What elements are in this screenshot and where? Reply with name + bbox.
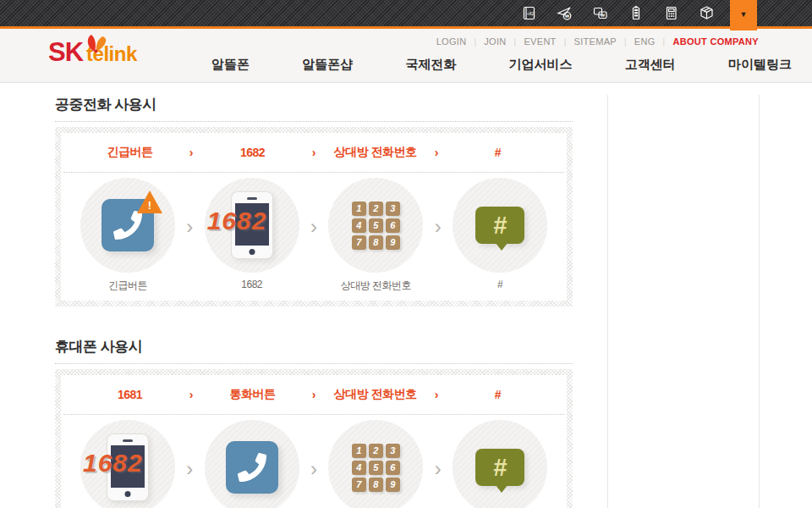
step-text: 1681 (75, 388, 184, 401)
send-money-icon[interactable]: ₩ (557, 5, 573, 21)
calculator-icon[interactable] (663, 5, 679, 21)
separator: | (663, 37, 666, 47)
step-label: 1682 (241, 279, 262, 290)
chevron-right-icon: › (307, 215, 321, 239)
chevron-right-icon: › (184, 146, 198, 159)
call-button-icon (205, 420, 299, 508)
recipient-number-icon: 123 456 789 (328, 178, 423, 273)
column-divider (607, 95, 608, 508)
recipient-number-icon: 123 456 789 (328, 420, 423, 508)
sk-telink-logo[interactable]: SK telink (48, 39, 137, 66)
step-text: # (443, 146, 552, 159)
utility-event[interactable]: EVENT (524, 36, 556, 47)
nav-my-telink[interactable]: 마이텔링크 (728, 57, 792, 73)
number-keypad-icon: 123 456 789 (352, 202, 400, 250)
chevron-right-icon: › (184, 388, 198, 401)
step-label: 긴급버튼 (108, 279, 147, 293)
dial-1682-phone-icon: 1682 (80, 420, 175, 508)
hash-key-icon: # (453, 178, 547, 273)
step-text: 상대방 전화번호 (321, 387, 430, 402)
svg-text:+82: +82 (527, 12, 534, 16)
step-icon-row: ! 긴급버튼 › 1682 1682 › (61, 173, 567, 301)
butterfly-logo-icon (84, 31, 111, 55)
dialing-code-book-icon[interactable]: +82 (521, 5, 537, 21)
caret-down-icon: ▼ (740, 11, 748, 30)
step-icon-row: 1682 › › (61, 415, 567, 508)
utility-links: LOGIN | JOIN | EVENT | SITEMAP | ENG | A… (436, 36, 759, 47)
step-label: # (497, 279, 502, 290)
step-text: 1682 (198, 146, 307, 159)
speech-bubble-icon: # (475, 207, 524, 244)
accent-divider (0, 26, 812, 29)
nav-altteulpon-shop[interactable]: 알뜰폰샵 (302, 57, 353, 73)
public-phone-guide-box: 긴급버튼 › 1682 › 상대방 전화번호 › # ! (55, 127, 573, 306)
chevron-right-icon: › (431, 215, 445, 239)
chevron-right-icon: › (307, 146, 321, 159)
logo-text-sk: SK (48, 39, 83, 65)
nav-customer-center[interactable]: 고객센터 (625, 57, 676, 73)
utility-login[interactable]: LOGIN (436, 36, 467, 47)
step-text: 긴급버튼 (75, 145, 184, 160)
delivery-box-icon[interactable] (699, 5, 715, 21)
utility-eng[interactable]: ENG (634, 36, 656, 47)
utility-about-company[interactable]: ABOUT COMPANY (673, 36, 759, 47)
topbar-icon-group: +82 ₩ ₩ (521, 0, 715, 26)
mobile-phone-guide-box: 1681 › 통화버튼 › 상대방 전화번호 › # 1682 (55, 369, 573, 508)
hash-key-icon: # (453, 420, 547, 508)
separator: | (514, 37, 517, 47)
nav-altteulpon[interactable]: 알뜰폰 (211, 57, 250, 73)
chevron-right-icon: › (431, 457, 445, 481)
section-title-mobile-phone: 휴대폰 사용시 (55, 337, 573, 364)
main-navigation: 알뜰폰 알뜰폰샵 국제전화 기업서비스 고객센터 마이텔링크 (211, 57, 792, 73)
section-title-public-phone: 공중전화 사용시 (55, 95, 573, 122)
step-label: 상대방 전화번호 (341, 279, 411, 293)
utility-join[interactable]: JOIN (484, 36, 506, 47)
speech-bubble-icon: # (475, 449, 524, 486)
step-text: 통화버튼 (198, 387, 307, 402)
main-content: 공중전화 사용시 긴급버튼 › 1682 › 상대방 전화번호 › # (0, 95, 812, 508)
separator: | (624, 37, 627, 47)
step-text-row: 긴급버튼 › 1682 › 상대방 전화번호 › # (63, 133, 564, 173)
chevron-right-icon: › (183, 457, 196, 481)
battery-icon[interactable] (628, 5, 644, 21)
step-text: # (443, 388, 552, 401)
nav-business-service[interactable]: 기업서비스 (509, 57, 573, 73)
chevron-right-icon: › (307, 457, 321, 481)
chevron-right-icon: › (183, 215, 196, 239)
number-keypad-icon: 123 456 789 (352, 444, 400, 492)
column-divider (759, 95, 760, 508)
phone-handset-icon (226, 441, 278, 494)
chevron-right-icon: › (307, 388, 321, 401)
svg-text:₩: ₩ (601, 13, 605, 18)
chevron-right-icon: › (430, 388, 443, 401)
page: +82 ₩ ₩ (0, 0, 812, 508)
payment-chat-icon[interactable]: ₩ (592, 5, 608, 21)
separator: | (474, 37, 476, 47)
chevron-right-icon: › (430, 146, 443, 159)
utility-sitemap[interactable]: SITEMAP (574, 36, 617, 47)
emergency-button-icon: ! (80, 178, 175, 273)
top-utility-bar: +82 ₩ ₩ (0, 0, 812, 26)
phone-number-overlay: 1682 (207, 207, 267, 235)
step-text-row: 1681 › 통화버튼 › 상대방 전화번호 › # (63, 375, 564, 415)
nav-international-call[interactable]: 국제전화 (405, 57, 456, 73)
site-header: SK telink LOGIN | JOIN | EVENT | SITEMAP… (0, 29, 812, 83)
dial-1682-phone-icon: 1682 (205, 178, 299, 273)
topbar-dropdown-button[interactable]: ▼ (730, 0, 757, 30)
step-text: 상대방 전화번호 (321, 145, 430, 160)
separator: | (564, 37, 567, 47)
phone-number-overlay: 1682 (83, 449, 143, 478)
svg-text:₩: ₩ (565, 14, 570, 19)
